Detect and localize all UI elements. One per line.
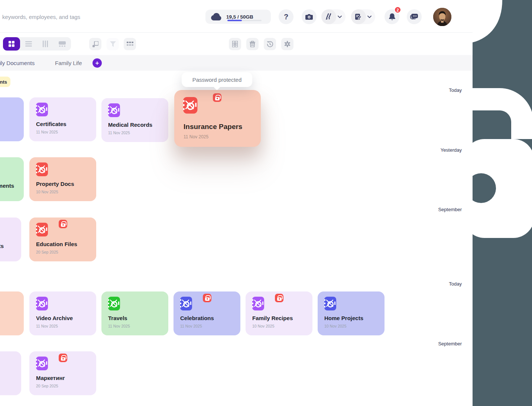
search-input[interactable]: keywords, employees, and tags: [2, 14, 80, 20]
folder-card[interactable]: Маркетинг 20 Sep 2025: [29, 351, 96, 395]
card-view-button[interactable]: [54, 37, 71, 51]
folder-title: Travels: [108, 315, 127, 321]
folder-card-partial[interactable]: ments: [0, 157, 24, 201]
camera-button[interactable]: [302, 9, 317, 24]
folder-card[interactable]: Home Projects 10 Nov 2025: [318, 291, 385, 335]
tab-family-life[interactable]: Family Life: [55, 55, 82, 71]
history-button[interactable]: [264, 38, 276, 50]
table-view-icon: [127, 42, 133, 46]
tab-family-documents[interactable]: Family Documents: [0, 55, 35, 71]
safe-folder-icon: [108, 103, 120, 117]
folder-title: Property Docs: [36, 181, 74, 187]
folder-title: Certificates: [36, 121, 66, 127]
notification-count-badge: 2: [394, 6, 401, 13]
header: keywords, employees, and tags 19,5 / 50G…: [0, 0, 473, 33]
history-icon: [267, 41, 273, 47]
folder-card[interactable]: Family Recipes 10 Nov 2025: [246, 291, 312, 335]
lock-icon: [59, 220, 67, 228]
folder-title: Home Projects: [324, 315, 363, 321]
tab-strip: Family Documents Family Life +: [0, 55, 473, 71]
bell-icon: [389, 13, 396, 21]
settings-icon: [284, 41, 291, 47]
folder-card-partial[interactable]: ts: [0, 218, 21, 261]
plus-icon: +: [95, 60, 99, 66]
folder-title: Medical Records: [108, 122, 152, 128]
timeline-label: Today: [449, 281, 462, 287]
folder-card[interactable]: Medical Records 11 Nov 2025: [101, 98, 168, 142]
screen: keywords, employees, and tags 19,5 / 50G…: [0, 0, 532, 406]
archive-icon: [232, 41, 238, 47]
column-view-icon: [43, 41, 48, 47]
folder-card-partial[interactable]: [0, 291, 24, 335]
lock-icon: [203, 294, 211, 302]
folder-date: 10 Nov 2025: [252, 324, 275, 328]
timeline-label: September: [438, 207, 462, 212]
folder-date: 10 Nov 2025: [324, 324, 347, 328]
scale-icon: [93, 41, 98, 47]
folder-card[interactable]: Travels 11 Nov 2025: [101, 291, 168, 335]
folder-card-insurance[interactable]: Insurance Papers 11 Nov 2025: [174, 90, 261, 147]
folder-card[interactable]: Video Archive 11 Nov 2025: [29, 291, 96, 335]
safe-folder-icon: [108, 297, 120, 310]
list-view-icon: [25, 41, 32, 46]
brush-icon: [325, 13, 332, 20]
avatar[interactable]: [433, 8, 451, 26]
safe-folder-icon: [36, 223, 48, 236]
folder-title: Family Recipes: [252, 315, 293, 321]
help-button[interactable]: ?: [279, 9, 293, 24]
safe-folder-icon: [36, 103, 48, 116]
folder-title: Маркетинг: [36, 375, 65, 381]
grid-view-icon: [9, 41, 14, 47]
folder-card-partial[interactable]: [0, 351, 21, 395]
folder-title: ments: [0, 183, 14, 189]
lock-icon: [213, 93, 221, 102]
trash-icon: [250, 41, 255, 47]
chevron-down-icon: [367, 16, 372, 18]
folder-title: ts: [0, 243, 4, 249]
chevron-down-icon: [338, 16, 342, 18]
folder-card[interactable]: Celebrations 11 Nov 2025: [173, 291, 240, 335]
filter-button[interactable]: [107, 38, 119, 50]
folder-card[interactable]: Certificates 11 Nov 2025: [29, 97, 96, 141]
decorative-padlock-art: [473, 0, 532, 406]
storage-label: 19,5 / 50GB: [226, 14, 253, 20]
edit-note-icon: [355, 13, 362, 20]
password-protected-tooltip: Password protected: [182, 72, 252, 87]
trash-button[interactable]: [246, 38, 259, 50]
safe-folder-icon: [183, 97, 197, 113]
appearance-menu-button[interactable]: [321, 9, 346, 24]
folder-date: 11 Nov 2025: [108, 130, 130, 135]
filter-icon: [110, 41, 116, 47]
camera-icon: [305, 14, 313, 20]
folder-date: 20 Sep 2025: [36, 250, 58, 254]
table-view-button[interactable]: [124, 38, 136, 50]
grid-view-button[interactable]: [3, 37, 20, 51]
folder-date: 11 Nov 2025: [108, 324, 130, 328]
storage-widget[interactable]: 19,5 / 50GB: [205, 10, 271, 24]
help-icon: ?: [284, 13, 288, 21]
folder-title: Insurance Papers: [184, 123, 242, 131]
folder-date: 10 Nov 2025: [36, 190, 58, 194]
card-view-icon: [59, 41, 66, 47]
folder-card-partial[interactable]: [0, 97, 24, 141]
timeline-label: Yesterday: [441, 147, 462, 153]
folder-date: 11 Nov 2025: [36, 324, 58, 328]
settings-button[interactable]: [281, 38, 293, 50]
tag-badge[interactable]: nts: [0, 77, 10, 87]
folder-title: Celebrations: [180, 315, 214, 321]
safe-folder-icon: [36, 357, 48, 370]
list-view-button[interactable]: [20, 37, 37, 51]
chat-button[interactable]: [407, 9, 422, 24]
storage-progress-fill: [227, 20, 242, 21]
archive-button[interactable]: [229, 38, 241, 50]
notes-menu-button[interactable]: [351, 9, 375, 24]
folder-card[interactable]: Property Docs 10 Nov 2025: [29, 157, 96, 201]
column-view-button[interactable]: [37, 37, 54, 51]
safe-folder-icon: [324, 297, 336, 310]
scale-button[interactable]: [89, 38, 101, 50]
folder-date: 20 Sep 2025: [36, 384, 58, 388]
folder-title: Video Archive: [36, 315, 73, 321]
add-tab-button[interactable]: +: [93, 58, 102, 68]
folder-card[interactable]: Education Files 20 Sep 2025: [29, 218, 96, 261]
safe-folder-icon: [180, 297, 192, 310]
